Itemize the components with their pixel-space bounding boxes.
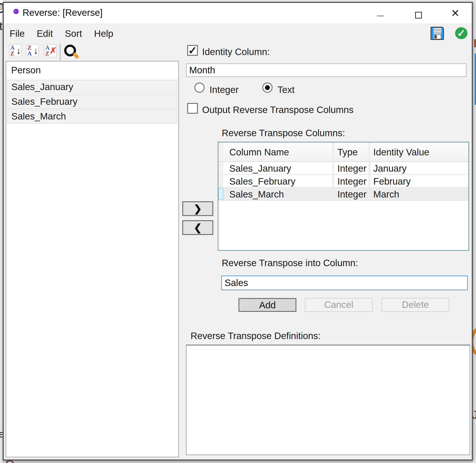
window-title: Reverse: [Reverse]: [23, 3, 103, 23]
identity-value-header[interactable]: Identity Value: [370, 142, 468, 161]
cell-type[interactable]: Integer: [334, 162, 369, 174]
move-right-button[interactable]: ❯: [182, 201, 213, 216]
menu-bar: File Edit Sort Help ✓: [4, 23, 472, 44]
sort-letter: Z: [10, 51, 14, 57]
cell-identity-value[interactable]: January: [370, 162, 468, 174]
identity-column-checkbox[interactable]: ✓: [187, 45, 198, 56]
minimize-button[interactable]: [377, 15, 384, 17]
transpose-columns-table[interactable]: Column Name Type Identity Value Sales_Ja…: [218, 142, 469, 251]
background-text-fragment: t: [0, 19, 2, 33]
row-selector[interactable]: [218, 175, 223, 187]
floppy-shutter-slot: [434, 35, 437, 38]
table-row-selected[interactable]: Sales_March Integer March: [218, 188, 468, 201]
row-selector[interactable]: [218, 162, 223, 174]
sort-az-icon[interactable]: A Z ↓: [9, 44, 22, 57]
add-button[interactable]: Add: [238, 298, 296, 312]
background-orange-fragment: [474, 39, 476, 47]
down-arrow-icon: ↓: [34, 45, 38, 57]
output-columns-label: Output Reverse Transpose Columns: [202, 105, 353, 115]
integer-radio-label: Integer: [210, 84, 239, 95]
type-header[interactable]: Type: [334, 142, 369, 161]
save-icon[interactable]: [431, 27, 444, 40]
background-blue-strip: [475, 53, 476, 105]
list-item[interactable]: Person: [6, 62, 178, 79]
transpose-columns-label: Reverse Transpose Columns:: [222, 128, 345, 138]
into-column-input[interactable]: [221, 276, 468, 290]
floppy-label: [433, 28, 442, 34]
cell-column-name[interactable]: Sales_January: [223, 162, 332, 174]
sort-clear-icon[interactable]: A Z ✗: [44, 44, 57, 57]
checkmark-icon: ✓: [188, 45, 197, 56]
menu-sort[interactable]: Sort: [65, 28, 82, 39]
text-radio[interactable]: [262, 82, 273, 93]
definitions-label: Reverse Transpose Definitions:: [191, 330, 321, 341]
apply-check-icon[interactable]: ✓: [454, 26, 468, 40]
sort-letter: Z: [45, 51, 49, 57]
column-divider: [369, 188, 370, 200]
sort-za-icon[interactable]: Z A ↓: [26, 44, 39, 57]
output-columns-checkbox[interactable]: [187, 103, 198, 114]
table-header-row: Column Name Type Identity Value: [218, 142, 468, 162]
sort-letter: Z: [27, 45, 31, 51]
column-divider: [369, 142, 370, 161]
column-name-header[interactable]: Column Name: [223, 142, 332, 161]
cell-column-name[interactable]: Sales_February: [223, 175, 332, 187]
move-left-button[interactable]: ❮: [182, 220, 213, 235]
identity-column-label: Identity Column:: [202, 47, 270, 57]
search-icon-handle: [72, 52, 79, 59]
sort-letter: A: [27, 51, 32, 57]
table-row[interactable]: Sales_January Integer January: [218, 162, 468, 175]
reverse-dialog: Reverse: [Reverse] ✕ File Edit Sort Help…: [3, 2, 473, 461]
cell-column-name[interactable]: Sales_March: [223, 188, 332, 200]
sort-letter: A: [45, 45, 50, 51]
sort-letter: A: [10, 45, 15, 51]
table-row[interactable]: Sales_February Integer February: [218, 175, 468, 188]
column-divider: [332, 162, 334, 174]
column-divider: [332, 142, 334, 161]
close-button[interactable]: ✕: [450, 7, 461, 19]
maximize-button[interactable]: [415, 12, 422, 18]
source-columns-list[interactable]: Person Sales_January Sales_February Sale…: [6, 61, 179, 457]
list-item[interactable]: Sales_January: [7, 80, 177, 94]
radio-dot: [265, 85, 270, 90]
list-item[interactable]: Sales_February: [7, 95, 177, 109]
list-item[interactable]: Sales_March: [7, 110, 177, 124]
toolbar-divider: [60, 44, 61, 60]
delete-button[interactable]: Delete: [381, 298, 449, 312]
column-divider: [369, 175, 370, 187]
app-icon: [13, 9, 19, 14]
red-x-icon: ✗: [50, 45, 57, 57]
column-divider: [332, 188, 334, 200]
row-selector-header: [218, 142, 223, 161]
column-divider: [369, 162, 370, 174]
cell-type[interactable]: Integer: [334, 175, 369, 187]
floppy-shutter: [433, 34, 441, 39]
down-arrow-icon: ↓: [16, 45, 21, 57]
text-radio-label: Text: [277, 84, 295, 95]
menu-help[interactable]: Help: [94, 28, 113, 39]
title-bar[interactable]: Reverse: [Reverse] ✕: [4, 3, 472, 23]
menu-edit[interactable]: Edit: [37, 28, 53, 39]
cell-identity-value[interactable]: February: [370, 175, 468, 187]
cell-type[interactable]: Integer: [334, 188, 369, 200]
into-column-label: Reverse Transpose into Column:: [222, 258, 358, 268]
definitions-textarea[interactable]: [186, 345, 470, 455]
menu-file[interactable]: File: [9, 28, 25, 39]
cell-identity-value[interactable]: March: [370, 188, 468, 200]
integer-radio[interactable]: [194, 82, 205, 93]
row-selector[interactable]: [218, 188, 223, 200]
column-divider: [332, 175, 334, 187]
cancel-button[interactable]: Cancel: [305, 298, 373, 312]
identity-column-input[interactable]: [186, 63, 467, 77]
